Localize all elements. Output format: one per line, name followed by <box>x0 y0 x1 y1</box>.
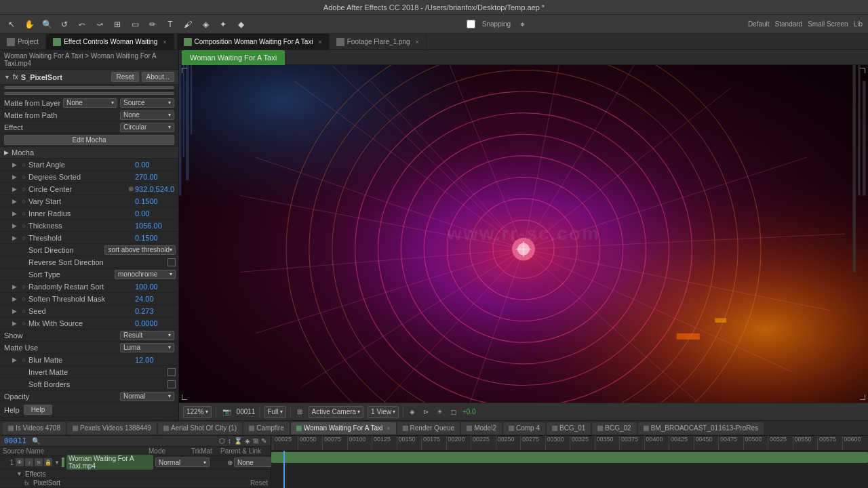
hand-tool-icon[interactable]: ✋ <box>23 18 35 30</box>
layer-lock-btn[interactable]: 🔒 <box>44 458 52 466</box>
soften-expand[interactable]: ▶ <box>12 296 19 302</box>
comp-tab-0[interactable]: Is Videos 4708 <box>3 422 66 434</box>
comp-tab-4[interactable]: Woman Waiting For A Taxi × <box>291 422 396 434</box>
save-preset-btn[interactable] <box>4 92 174 95</box>
thick-value[interactable]: 1056.00 <box>135 222 176 230</box>
comp-tab-9[interactable]: BCG_02 <box>592 422 636 434</box>
preview-tab-active[interactable]: Woman Waiting For A Taxi <box>182 50 285 65</box>
matte-path-dropdown[interactable]: None ▾ <box>120 110 174 120</box>
comp-tab-1[interactable]: Pexels Videos 1388449 <box>67 422 157 434</box>
comp-tab-10[interactable]: BM_BROADCAST_011613-ProRes <box>638 422 764 434</box>
workspace-default[interactable]: Default <box>748 20 770 28</box>
workspace-standard[interactable]: Standard <box>775 20 803 28</box>
comp-tab-6[interactable]: Model2 <box>461 422 502 434</box>
degrees-expand[interactable]: ▶ <box>12 174 19 180</box>
tab-footage[interactable]: Footage Flare_1.png × <box>330 34 427 49</box>
comp-tab-3[interactable]: Campfire <box>243 422 290 434</box>
grid-view-btn[interactable]: ⊞ <box>295 407 304 416</box>
text-tool-icon[interactable]: T <box>164 18 176 30</box>
mix-value[interactable]: 0.0000 <box>135 319 176 327</box>
reverse-sort-checkbox[interactable] <box>167 258 176 266</box>
help-btn[interactable]: Help <box>24 405 53 415</box>
snap-icon[interactable]: ⌖ <box>516 18 528 30</box>
mix-expand[interactable]: ▶ <box>12 320 19 327</box>
thresh-expand[interactable]: ▶ <box>12 235 19 241</box>
reset-btn[interactable]: Reset <box>111 72 138 82</box>
tab-project[interactable]: Project <box>0 34 46 49</box>
tc-tool5[interactable]: ⊞ <box>253 437 258 445</box>
sort-type-dropdown[interactable]: monochrome ▾ <box>115 270 176 279</box>
layer-expand-1[interactable]: ▼ <box>54 460 60 466</box>
matte-layer-dropdown1[interactable]: None ▾ <box>63 98 117 108</box>
circle-value[interactable]: 932.0,524.0 <box>135 185 176 193</box>
snapping-checkbox[interactable] <box>467 20 475 28</box>
show-dropdown[interactable]: Result ▾ <box>120 331 174 340</box>
circle-expand[interactable]: ▶ <box>12 186 19 192</box>
edit-mocha-btn[interactable]: Edit Mocha <box>4 135 174 145</box>
tc-tool2[interactable]: ↕ <box>228 437 231 445</box>
start-angle-expand[interactable]: ▶ <box>12 161 19 168</box>
pixelsort-reset[interactable]: Reset <box>250 479 268 487</box>
soften-value[interactable]: 24.00 <box>135 295 176 303</box>
fast-prev-btn[interactable]: ⊳ <box>421 407 431 416</box>
sort-direction-dropdown[interactable]: sort above threshold ▾ <box>104 245 176 255</box>
redo-icon[interactable]: ⤻ <box>94 18 106 30</box>
workspace-small[interactable]: Small Screen <box>808 20 848 28</box>
about-btn[interactable]: About... <box>142 72 174 82</box>
pen-tool-icon[interactable]: ✏ <box>146 18 159 30</box>
soft-borders-checkbox[interactable] <box>167 380 176 388</box>
comp-tab-7[interactable]: Comp 4 <box>503 422 545 434</box>
matte-layer-dropdown2[interactable]: Source ▾ <box>120 98 174 108</box>
tab-composition[interactable]: Composition Woman Waiting For A Taxi × <box>177 34 330 49</box>
opacity-dropdown[interactable]: Normal ▾ <box>120 392 174 401</box>
inner-value[interactable]: 0.00 <box>135 209 176 218</box>
vary-expand[interactable]: ▶ <box>12 198 19 205</box>
camera-btn[interactable]: 📷 <box>220 407 233 416</box>
start-angle-value[interactable]: 0.00 <box>135 161 176 169</box>
brush-tool-icon[interactable]: 🖌 <box>182 18 194 30</box>
view-dropdown[interactable]: 1 View ▾ <box>368 406 399 418</box>
alpha-btn[interactable]: ◻ <box>449 407 458 416</box>
circle-crosshair-icon[interactable]: ⊕ <box>128 185 134 192</box>
workspace-lib[interactable]: Lib <box>854 20 863 28</box>
tab-effect-controls[interactable]: Effect Controls Woman Waiting × <box>46 34 174 49</box>
effect-expand-icon[interactable]: ▼ <box>4 74 10 81</box>
comp-tab-2[interactable]: Aerial Shot Of City (1) <box>158 422 242 434</box>
layer-vis-btn[interactable]: 👁 <box>16 458 24 466</box>
mocha-expand-icon[interactable]: ▶ <box>4 149 9 156</box>
shape-tool-icon[interactable]: ◆ <box>235 18 247 30</box>
seed-value[interactable]: 0.273 <box>135 307 176 315</box>
tc-tool3[interactable]: ⌛ <box>234 437 242 445</box>
layer-solo-btn[interactable]: S <box>35 458 43 466</box>
zoom-dropdown[interactable]: 122% ▾ <box>183 406 212 418</box>
rand-value[interactable]: 100.00 <box>135 283 176 291</box>
thresh-value[interactable]: 0.1500 <box>135 234 176 242</box>
degrees-value[interactable]: 270.00 <box>135 173 176 181</box>
puppet-tool-icon[interactable]: ✦ <box>217 18 229 30</box>
tc-search-btn[interactable]: 🔍 <box>32 437 40 445</box>
layer-audio-btn[interactable]: ♪ <box>25 458 33 466</box>
inner-expand[interactable]: ▶ <box>12 210 19 217</box>
load-preset-btn[interactable] <box>4 86 174 89</box>
blur-expand[interactable]: ▶ <box>12 357 19 363</box>
matte-use-dropdown[interactable]: Luma ▾ <box>120 343 174 352</box>
rotate-tool-icon[interactable]: ↺ <box>58 18 71 30</box>
thick-expand[interactable]: ▶ <box>12 222 19 229</box>
vary-value[interactable]: 0.1500 <box>135 197 176 205</box>
grid-icon[interactable]: ⊞ <box>111 18 123 30</box>
layer-mode-dropdown[interactable]: Normal ▾ <box>155 458 210 467</box>
zoom-tool-icon[interactable]: 🔍 <box>41 18 53 30</box>
invert-matte-checkbox[interactable] <box>167 368 176 376</box>
seed-expand[interactable]: ▶ <box>12 308 19 314</box>
camera-dropdown[interactable]: Active Camera ▾ <box>309 406 364 418</box>
tc-tool6[interactable]: ✎ <box>261 437 267 445</box>
comp-tab-8[interactable]: BCG_01 <box>547 422 591 434</box>
color-btn[interactable]: ☀ <box>435 407 445 416</box>
comp-tab-5[interactable]: Render Queue <box>397 422 460 434</box>
tc-tool4[interactable]: ◈ <box>245 437 250 445</box>
rect-tool-icon[interactable]: ▭ <box>129 18 141 30</box>
tc-tool1[interactable]: ⬡ <box>219 437 225 445</box>
tc-timecode[interactable]: 00011 <box>4 436 26 445</box>
exposure-btn[interactable]: ◈ <box>408 407 417 416</box>
rand-expand[interactable]: ▶ <box>12 283 19 290</box>
